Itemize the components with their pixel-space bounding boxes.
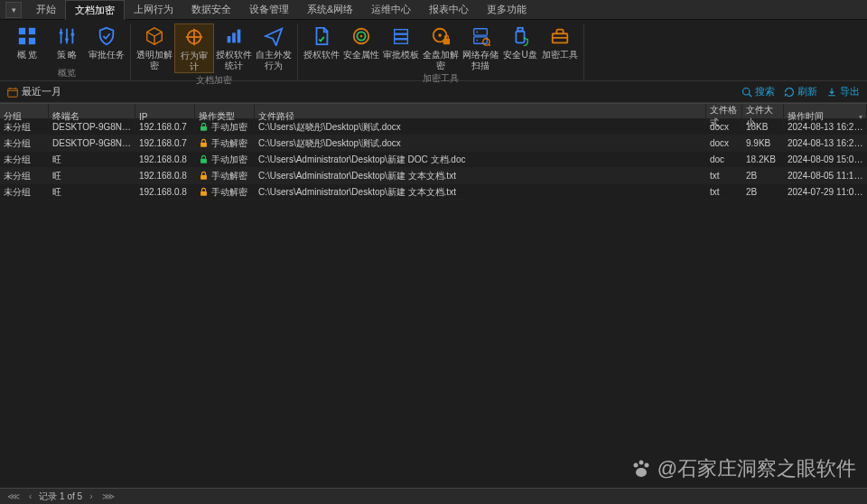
ribbon-btn-label: 授权软件 xyxy=(303,50,340,61)
svg-rect-1 xyxy=(29,28,35,34)
cell-path: C:\Users\赵晓彤\Desktop\测试.docx xyxy=(255,137,706,150)
cell-host: DESKTOP-9G8NA80 xyxy=(49,122,135,132)
svg-point-39 xyxy=(743,88,750,95)
ribbon-btn-crosshair[interactable]: 行为审计 xyxy=(174,23,214,73)
svg-point-27 xyxy=(476,32,478,33)
cell-op: 手动解密 xyxy=(195,170,255,182)
ribbon-btn-label: 全盘加解密 xyxy=(423,50,459,71)
ribbon-btn-usb-shield[interactable]: 安全U盘 xyxy=(500,23,540,71)
cell-group: 未分组 xyxy=(0,186,49,199)
calendar-icon xyxy=(7,87,18,98)
ribbon-btn-label: 审批任务 xyxy=(89,50,125,61)
nav-last[interactable]: ⋙ xyxy=(100,491,117,501)
cell-group: 未分组 xyxy=(0,154,49,166)
ribbon-btn-bar-chart[interactable]: 授权软件统计 xyxy=(214,23,254,73)
ribbon-btn-send[interactable]: 自主外发行为 xyxy=(254,23,294,73)
watermark: @石家庄洞察之眼软件 xyxy=(630,455,856,482)
tab-6[interactable]: 运维中心 xyxy=(362,0,420,20)
lock-icon xyxy=(199,122,209,132)
cell-fmt: txt xyxy=(706,171,742,181)
cell-host: 旺 xyxy=(49,154,135,166)
search-button[interactable]: 搜索 xyxy=(741,85,775,98)
svg-rect-32 xyxy=(517,28,523,32)
cell-fmt: docx xyxy=(706,138,742,148)
svg-rect-45 xyxy=(200,191,207,196)
export-button[interactable]: 导出 xyxy=(826,85,860,98)
table-row[interactable]: 未分组旺192.168.0.8手动解密C:\Users\Administrato… xyxy=(0,168,867,184)
ribbon: 概 览策 略审批任务概览透明加解密行为审计授权软件统计自主外发行为文档加密授权软… xyxy=(0,20,867,81)
table-row[interactable]: 未分组旺192.168.0.8手动加密C:\Users\Administrato… xyxy=(0,152,867,168)
ribbon-btn-label: 网络存储扫描 xyxy=(462,50,499,71)
ribbon-btn-label: 概 览 xyxy=(17,50,38,61)
svg-rect-20 xyxy=(395,34,408,39)
watermark-text: @石家庄洞察之眼软件 xyxy=(657,455,856,482)
ribbon-btn-grid[interactable]: 概 览 xyxy=(7,23,47,66)
ribbon-btn-bullseye[interactable]: 安全属性 xyxy=(341,23,381,71)
table-row[interactable]: 未分组DESKTOP-9G8NA80192.168.0.7手动加密C:\User… xyxy=(0,119,867,135)
cell-fmt: txt xyxy=(706,187,742,197)
svg-rect-44 xyxy=(200,175,207,180)
ribbon-btn-label: 安全U盘 xyxy=(503,50,536,61)
tab-0[interactable]: 开始 xyxy=(27,0,65,20)
svg-point-9 xyxy=(71,33,75,36)
lock-icon xyxy=(199,187,209,197)
svg-point-29 xyxy=(483,39,489,45)
refresh-label: 刷新 xyxy=(797,85,817,98)
ribbon-btn-cube[interactable]: 透明加解密 xyxy=(135,23,174,73)
cell-time: 2024-08-13 16:27:57 xyxy=(784,122,867,132)
cell-time: 2024-08-05 11:16:15 xyxy=(784,171,867,181)
table-row[interactable]: 未分组旺192.168.0.8手动解密C:\Users\Administrato… xyxy=(0,184,867,201)
lock-icon xyxy=(199,171,209,181)
ribbon-btn-disk-lock[interactable]: 全盘加解密 xyxy=(421,23,461,71)
ribbon-group-label: 文档加密 xyxy=(135,73,294,88)
tab-7[interactable]: 报表中心 xyxy=(420,0,478,20)
tab-1[interactable]: 文档加密 xyxy=(65,0,125,20)
cell-op: 手动加密 xyxy=(195,154,255,166)
app-menu-button[interactable]: ▾ xyxy=(5,2,22,18)
nav-next[interactable]: › xyxy=(88,491,94,501)
status-bar: ⋘ ‹ 记录 1 of 5 › ⋙ xyxy=(0,488,867,504)
cell-ip: 192.168.0.8 xyxy=(135,187,195,197)
cell-path: C:\Users\Administrator\Desktop\新建 DOC 文档… xyxy=(255,154,706,166)
tab-5[interactable]: 系统&网络 xyxy=(298,0,362,20)
svg-rect-25 xyxy=(474,29,488,35)
cell-host: 旺 xyxy=(49,170,135,182)
ribbon-group-0: 概 览策 略审批任务概览 xyxy=(4,23,131,80)
svg-point-28 xyxy=(476,40,478,42)
ribbon-btn-label: 自主外发行为 xyxy=(256,50,292,71)
cell-path: C:\Users\赵晓彤\Desktop\测试.docx xyxy=(255,121,706,134)
svg-rect-31 xyxy=(516,32,524,43)
ribbon-btn-label: 授权软件统计 xyxy=(216,50,252,71)
ribbon-group-2: 授权软件安全属性审批模板全盘加解密网络存储扫描安全U盘加密工具加密工具 xyxy=(298,23,584,80)
search-label: 搜索 xyxy=(755,85,775,98)
svg-point-8 xyxy=(65,38,69,42)
tab-8[interactable]: 更多功能 xyxy=(478,0,536,20)
ribbon-btn-sliders[interactable]: 策 略 xyxy=(47,23,87,66)
svg-rect-19 xyxy=(395,30,408,34)
nav-first[interactable]: ⋘ xyxy=(5,491,22,501)
tab-4[interactable]: 设备管理 xyxy=(240,0,298,20)
ribbon-btn-network[interactable]: 网络存储扫描 xyxy=(461,23,500,71)
cell-path: C:\Users\Administrator\Desktop\新建 文本文档.t… xyxy=(255,186,706,199)
date-filter[interactable]: 最近一月 xyxy=(22,85,61,98)
table-row[interactable]: 未分组DESKTOP-9G8NA80192.168.0.7手动解密C:\User… xyxy=(0,135,867,152)
svg-line-40 xyxy=(749,94,751,97)
cell-size: 18KB xyxy=(742,122,784,132)
svg-rect-21 xyxy=(395,40,408,44)
cell-ip: 192.168.0.7 xyxy=(135,122,195,132)
ribbon-btn-document[interactable]: 授权软件 xyxy=(302,23,341,71)
audit-table: 分组 终端名 IP 操作类型 文件路径 文件格式 文件大小 操作时间 未分组DE… xyxy=(0,103,867,201)
tab-3[interactable]: 数据安全 xyxy=(182,0,240,20)
nav-prev[interactable]: ‹ xyxy=(27,491,33,501)
ribbon-btn-toolbox[interactable]: 加密工具 xyxy=(540,23,580,71)
ribbon-btn-stack[interactable]: 审批模板 xyxy=(381,23,421,71)
svg-rect-0 xyxy=(19,28,25,34)
cell-time: 2024-08-13 16:27:50 xyxy=(784,138,867,148)
tab-2[interactable]: 上网行为 xyxy=(125,0,182,20)
cell-ip: 192.168.0.7 xyxy=(135,138,195,148)
svg-rect-42 xyxy=(200,143,207,147)
export-icon xyxy=(826,87,837,98)
refresh-button[interactable]: 刷新 xyxy=(784,85,817,98)
ribbon-btn-label: 安全属性 xyxy=(343,50,379,61)
ribbon-btn-shield-check[interactable]: 审批任务 xyxy=(87,23,126,66)
